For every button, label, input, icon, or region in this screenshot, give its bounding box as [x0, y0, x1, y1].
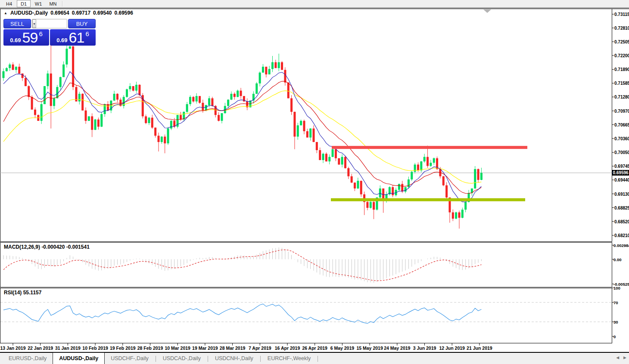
timeframe-button-w1[interactable]: W1 — [31, 0, 45, 7]
chart-symbol: AUDUSD-,Daily — [10, 10, 48, 16]
rsi-axis-label: 70 — [613, 300, 629, 305]
price-axis-label: 0.70970 — [614, 109, 629, 114]
date-axis-label: 22 Jan 2019 — [28, 345, 53, 351]
tab-separator — [318, 356, 318, 362]
sell-price-sup: 6 — [39, 30, 42, 37]
symbol-tab-usdcad[interactable]: USDCAD-,Daily — [157, 353, 207, 364]
timeframe-buttons: H4D1W1MN — [2, 0, 60, 7]
tab-scroll-right-icon[interactable]: ▶ — [623, 355, 626, 360]
date-axis-label: 3 Jun 2019 — [413, 345, 436, 351]
buy-button[interactable]: BUY — [68, 19, 96, 28]
price-axis-label: 0.70665 — [614, 123, 629, 127]
price-axis-label: 0.68520 — [614, 219, 629, 224]
date-axis-label: 13 Jan 2019 — [0, 345, 26, 351]
toolbar-divider — [0, 7, 629, 9]
price-axis-label: 0.68825 — [614, 206, 629, 210]
sell-button[interactable]: SELL — [3, 19, 31, 28]
date-axis-label: 26 Apr 2019 — [302, 345, 327, 351]
mt4-window: H4D1W1MN ▲ AUDUSD-,Daily 0.69654 0.69717… — [0, 0, 629, 364]
timeframe-button-mn[interactable]: MN — [46, 0, 60, 7]
symbol-tab-audusd[interactable]: AUDUSD-,Daily — [53, 352, 105, 364]
tab-separator — [208, 356, 208, 362]
chart-canvas[interactable] — [0, 0, 629, 364]
rsi-axis-label: 100 — [613, 286, 629, 290]
price-axis-label: 0.71890 — [614, 67, 629, 72]
date-axis-label: 10 Feb 2019 — [82, 345, 108, 351]
price-axis-label: 0.71280 — [614, 95, 629, 99]
volume-decrease-icon[interactable]: ▼ — [32, 19, 36, 28]
symbol-tabs: EURUSD-,DailyAUDUSD-,DailyUSDCHF-,DailyU… — [3, 353, 319, 364]
date-axis-label: 28 Feb 2019 — [137, 345, 163, 351]
timeframe-button-d1[interactable]: D1 — [17, 0, 31, 7]
one-click-trade-panel: SELL ▼ ▲ BUY 0.69 59 6 0.69 61 6 — [3, 19, 96, 46]
price-axis-label: 0.73115 — [614, 12, 629, 17]
macd-label: MACD(12,26,9) -0.000420 -0.001541 — [4, 244, 90, 250]
macd-name: MACD(12,26,9) — [4, 244, 40, 250]
rsi-label: RSI(14) 55.1157 — [4, 290, 41, 296]
sell-price-big: 59 — [22, 30, 38, 45]
tab-scroll-controls: ◀ ▶ — [616, 355, 626, 360]
date-axis-label: 10 Mar 2019 — [165, 345, 190, 351]
price-axis-label: 0.72200 — [614, 53, 629, 58]
resistance-line[interactable] — [332, 146, 527, 149]
symbol-marker-icon: ▲ — [4, 11, 7, 15]
buy-price-big: 61 — [69, 30, 84, 45]
price-axis-label: 0.69440 — [614, 178, 629, 182]
sell-price-button[interactable]: 0.69 59 6 — [3, 29, 49, 46]
price-axis-label: 0.69130 — [614, 192, 629, 197]
symbol-tab-eurchf[interactable]: EURCHF-,Weekly — [262, 353, 317, 364]
date-axis-label: 31 Jan 2019 — [55, 345, 81, 351]
tab-separator — [260, 356, 261, 362]
ohlc-high: 0.69717 — [72, 10, 90, 16]
date-axis-label: 19 Mar 2019 — [192, 345, 218, 351]
date-axis-label: 6 May 2019 — [330, 345, 354, 351]
rsi-value: 55.1157 — [23, 290, 42, 296]
sell-price-prefix: 0.69 — [10, 37, 21, 43]
price-axis-label: 0.70360 — [614, 136, 629, 141]
macd-value-2: -0.001541 — [66, 244, 90, 250]
macd-axis-label: 0.002984 — [613, 243, 629, 248]
buy-price-prefix: 0.69 — [56, 37, 67, 43]
timeframe-toolbar: H4D1W1MN — [0, 0, 629, 7]
symbol-tab-usdchf[interactable]: USDCHF-,Daily — [105, 353, 155, 364]
price-axis-label: 0.70050 — [614, 150, 629, 155]
support-line[interactable] — [331, 198, 525, 201]
ohlc-low: 0.69540 — [93, 10, 112, 16]
price-axis-label: 0.72505 — [614, 40, 629, 44]
current-price-badge: 0.69596 — [612, 170, 629, 176]
symbol-tabbar: EURUSD-,DailyAUDUSD-,DailyUSDCHF-,DailyU… — [0, 352, 629, 364]
rsi-axis-label: 30 — [613, 320, 629, 324]
date-axis-label: 21 Jun 2019 — [467, 345, 492, 351]
price-axis-label: 0.68210 — [614, 233, 629, 238]
price-axis-label: 0.71585 — [614, 81, 629, 86]
date-axis-label: 15 May 2019 — [356, 345, 383, 351]
date-axis-label: 28 Mar 2019 — [220, 345, 246, 351]
macd-value-1: -0.000420 — [41, 244, 65, 250]
date-axis-label: 7 Apr 2019 — [249, 345, 271, 351]
rsi-name: RSI(14) — [4, 290, 22, 296]
date-axis-label: 16 Apr 2019 — [275, 345, 300, 351]
date-axis-label: 24 May 2019 — [384, 345, 410, 351]
ohlc-close: 0.69596 — [114, 10, 133, 16]
macd-axis-label: 0.00 — [613, 257, 629, 262]
timeframe-button-h4[interactable]: H4 — [2, 0, 16, 7]
date-axis-label: 12 Jun 2019 — [439, 345, 465, 351]
chart-header: ▲ AUDUSD-,Daily 0.69654 0.69717 0.69540 … — [4, 10, 133, 16]
ohlc-open: 0.69654 — [50, 10, 69, 16]
price-axis-label: 0.72810 — [614, 26, 629, 31]
price-axis-label: 0.69745 — [614, 164, 629, 169]
symbol-tab-usdcnh[interactable]: USDCNH-,Daily — [209, 353, 259, 364]
volume-stepper: ▼ ▲ — [32, 19, 67, 28]
tab-scroll-left-icon[interactable]: ◀ — [616, 355, 619, 360]
volume-input[interactable] — [36, 19, 67, 28]
rsi-axis-label: 0 — [613, 334, 629, 339]
toolbar-separator — [62, 1, 62, 6]
symbol-tab-eurusd[interactable]: EURUSD-,Daily — [3, 353, 53, 364]
tab-separator — [156, 356, 156, 362]
buy-price-sup: 6 — [85, 30, 89, 37]
date-axis-label: 19 Feb 2019 — [110, 345, 136, 351]
buy-price-button[interactable]: 0.69 61 6 — [50, 29, 96, 46]
